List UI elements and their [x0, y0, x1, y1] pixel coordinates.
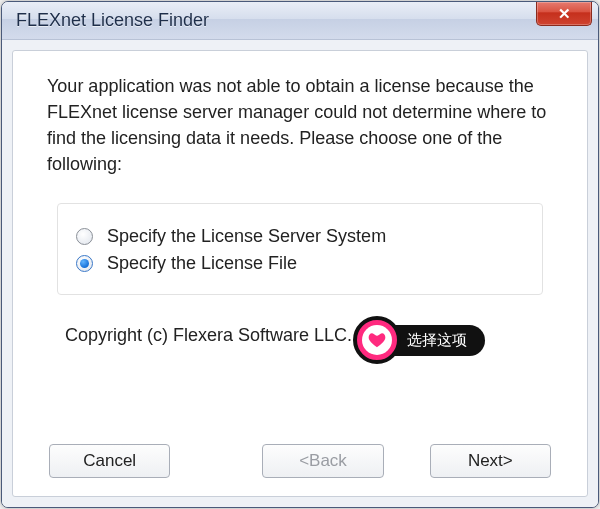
close-button[interactable]: ✕	[536, 2, 592, 26]
radio-icon	[76, 228, 93, 245]
radio-icon	[76, 255, 93, 272]
radio-label: Specify the License Server System	[107, 226, 386, 247]
client-area: Your application was not able to obtain …	[2, 40, 598, 507]
copyright-text: Copyright (c) Flexera Software LLC.	[65, 325, 553, 346]
message-text: Your application was not able to obtain …	[47, 73, 553, 177]
title-bar[interactable]: FLEXnet License Finder ✕	[2, 2, 598, 40]
content-panel: Your application was not able to obtain …	[12, 50, 588, 497]
radio-label: Specify the License File	[107, 253, 297, 274]
back-button: <Back	[262, 444, 383, 478]
options-group: Specify the License Server System Specif…	[57, 203, 543, 295]
window-title: FLEXnet License Finder	[16, 10, 209, 31]
radio-specify-server[interactable]: Specify the License Server System	[76, 226, 524, 247]
dialog-window: FLEXnet License Finder ✕ Your applicatio…	[1, 1, 599, 508]
close-icon: ✕	[558, 5, 571, 23]
cancel-button[interactable]: Cancel	[49, 444, 170, 478]
radio-specify-file[interactable]: Specify the License File	[76, 253, 524, 274]
button-row: Cancel <Back Next>	[47, 444, 553, 480]
next-button[interactable]: Next>	[430, 444, 551, 478]
